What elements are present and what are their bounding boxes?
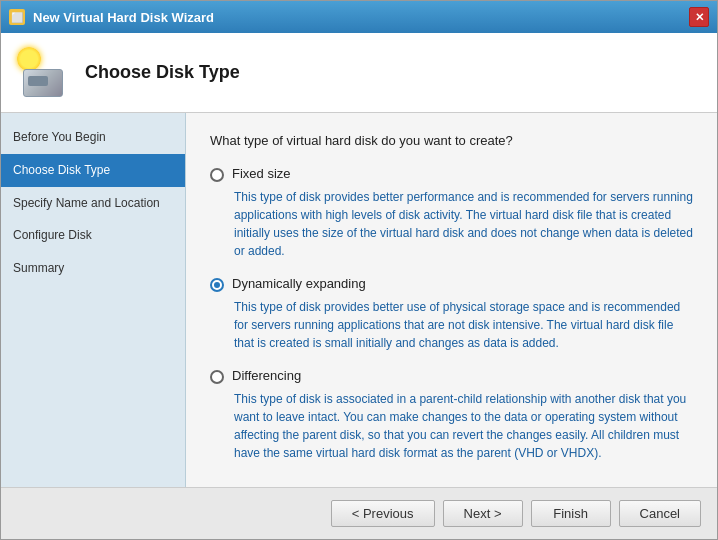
sidebar-item-specify-name-location[interactable]: Specify Name and Location [1, 187, 185, 220]
main-content: What type of virtual hard disk do you wa… [186, 113, 717, 487]
footer: < Previous Next > Finish Cancel [1, 487, 717, 539]
page-title: Choose Disk Type [85, 62, 240, 83]
content-area: Before You Begin Choose Disk Type Specif… [1, 113, 717, 487]
question-text: What type of virtual hard disk do you wa… [210, 133, 693, 148]
option-dynamically-expanding: Dynamically expanding This type of disk … [210, 276, 693, 352]
option-label-fixed-size[interactable]: Fixed size [232, 166, 291, 181]
finish-button[interactable]: Finish [531, 500, 611, 527]
radio-differencing[interactable] [210, 370, 224, 384]
radio-inner-dynamic [214, 282, 220, 288]
sun-icon [17, 47, 41, 71]
option-desc-fixed-size: This type of disk provides better perfor… [234, 188, 693, 260]
previous-button[interactable]: < Previous [331, 500, 435, 527]
option-desc-dynamically-expanding: This type of disk provides better use of… [234, 298, 693, 352]
option-row-dynamic[interactable]: Dynamically expanding [210, 276, 693, 292]
next-button[interactable]: Next > [443, 500, 523, 527]
wizard-window: ⬜ New Virtual Hard Disk Wizard ✕ Choose … [0, 0, 718, 540]
header-icon [17, 47, 69, 99]
option-label-differencing[interactable]: Differencing [232, 368, 301, 383]
option-row-differencing[interactable]: Differencing [210, 368, 693, 384]
sidebar: Before You Begin Choose Disk Type Specif… [1, 113, 186, 487]
option-row-fixed[interactable]: Fixed size [210, 166, 693, 182]
option-desc-differencing: This type of disk is associated in a par… [234, 390, 693, 462]
sidebar-item-configure-disk[interactable]: Configure Disk [1, 219, 185, 252]
cancel-button[interactable]: Cancel [619, 500, 701, 527]
sidebar-item-before-you-begin[interactable]: Before You Begin [1, 121, 185, 154]
window-title: New Virtual Hard Disk Wizard [33, 10, 214, 25]
header-section: Choose Disk Type [1, 33, 717, 113]
disk-icon [23, 69, 63, 97]
option-label-dynamically-expanding[interactable]: Dynamically expanding [232, 276, 366, 291]
title-bar: ⬜ New Virtual Hard Disk Wizard ✕ [1, 1, 717, 33]
radio-dynamically-expanding[interactable] [210, 278, 224, 292]
sidebar-item-choose-disk-type[interactable]: Choose Disk Type [1, 154, 185, 187]
title-icon: ⬜ [9, 9, 25, 25]
title-bar-left: ⬜ New Virtual Hard Disk Wizard [9, 9, 214, 25]
option-differencing: Differencing This type of disk is associ… [210, 368, 693, 462]
radio-fixed-size[interactable] [210, 168, 224, 182]
close-button[interactable]: ✕ [689, 7, 709, 27]
option-fixed-size: Fixed size This type of disk provides be… [210, 166, 693, 260]
sidebar-item-summary[interactable]: Summary [1, 252, 185, 285]
